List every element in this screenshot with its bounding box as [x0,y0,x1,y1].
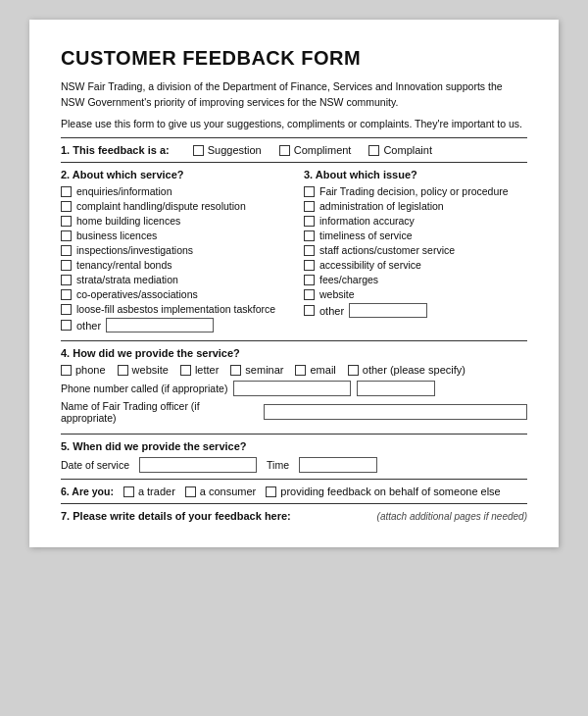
option-suggestion[interactable]: Suggestion [193,144,262,156]
issue-cb-2[interactable] [304,216,315,227]
time-label: Time [267,459,289,471]
section1-label: 1. This feedback is a: [61,144,170,156]
suggestion-label: Suggestion [208,144,262,156]
option-complaint[interactable]: Complaint [368,144,432,156]
phone-number-input2[interactable] [357,381,435,396]
website-cb[interactable] [118,365,128,376]
section4-heading: 4. How did we provide the service? [61,347,527,359]
section6: 6. Are you: a trader a consumer providin… [61,480,527,504]
officer-name-row: Name of Fair Trading officer (if appropr… [61,400,527,424]
are-you-consumer[interactable]: a consumer [185,486,256,497]
issue-cb-3[interactable] [304,230,315,241]
issue-cb-5[interactable] [304,260,315,271]
date-label: Date of service [61,459,129,471]
time-input[interactable] [299,457,377,473]
compliment-checkbox[interactable] [279,145,290,156]
service-item-8[interactable]: loose-fill asbestos implementation taskf… [61,303,284,315]
section4: 4. How did we provide the service? phone… [61,341,527,435]
service-item-3[interactable]: business licences [61,230,284,241]
are-you-behalf[interactable]: providing feedback on behalf of someone … [266,486,500,497]
form-title: CUSTOMER FEEDBACK FORM [61,47,527,70]
date-input[interactable] [139,457,257,473]
service-cb-5[interactable] [61,260,72,271]
attach-note: (attach additional pages if needed) [377,511,527,522]
service-phone[interactable]: phone [61,364,106,376]
issue-item-7[interactable]: website [304,288,527,300]
issue-item-0[interactable]: Fair Trading decision, policy or procedu… [304,185,527,197]
email-cb[interactable] [295,365,306,376]
other-specify-cb[interactable] [348,365,359,376]
service-email[interactable]: email [295,364,335,376]
issue-cb-0[interactable] [304,186,315,197]
section2-heading: 2. About which service? [61,169,284,180]
issue-item-5[interactable]: accessibility of service [304,259,527,271]
service-other-input[interactable] [106,318,214,332]
service-letter[interactable]: letter [180,364,219,376]
consumer-cb[interactable] [185,486,196,497]
issue-cb-1[interactable] [304,201,315,212]
suggestion-checkbox[interactable] [193,145,204,156]
service-cb-4[interactable] [61,245,72,256]
issue-cb-6[interactable] [304,275,315,285]
phone-number-input[interactable] [233,381,351,396]
issue-item-1[interactable]: administration of legislation [304,200,527,212]
service-item-4[interactable]: inspections/investigations [61,244,284,256]
section7: 7. Please write details of your feedback… [61,504,527,528]
officer-name-label: Name of Fair Trading officer (if appropr… [61,400,258,424]
compliment-label: Compliment [294,144,352,156]
service-item-7[interactable]: co-operatives/associations [61,288,284,300]
issue-cb-4[interactable] [304,245,315,256]
section3: 3. About which issue? Fair Trading decis… [296,169,527,332]
service-item-2[interactable]: home building licences [61,215,284,227]
behalf-cb[interactable] [266,486,276,497]
complaint-label: Complaint [383,144,432,156]
option-compliment[interactable]: Compliment [279,144,352,156]
section2: 2. About which service? enquiries/inform… [61,169,296,332]
service-cb-8[interactable] [61,304,72,315]
service-other-row: other [61,318,284,332]
service-cb-0[interactable] [61,186,72,197]
officer-name-input[interactable] [264,404,527,420]
section3-heading: 3. About which issue? [304,169,527,180]
phone-number-row: Phone number called (if appropriate) [61,381,527,396]
section7-heading: 7. Please write details of your feedback… [61,510,291,522]
issue-item-3[interactable]: timeliness of service [304,230,527,241]
service-item-6[interactable]: strata/strata mediation [61,274,284,285]
service-cb-2[interactable] [61,216,72,227]
service-cb-3[interactable] [61,230,72,241]
service-cb-1[interactable] [61,201,72,212]
service-item-1[interactable]: complaint handling/dispute resolution [61,200,284,212]
seminar-cb[interactable] [230,365,241,376]
section1: 1. This feedback is a: Suggestion Compli… [61,137,527,163]
issue-cb-other[interactable] [304,305,315,316]
service-cb-other[interactable] [61,320,72,331]
service-item-0[interactable]: enquiries/information [61,185,284,197]
service-cb-6[interactable] [61,275,72,285]
issue-item-6[interactable]: fees/charges [304,274,527,285]
service-other[interactable]: other (please specify) [348,364,466,376]
intro-text-2: Please use this form to give us your sug… [61,117,527,132]
complaint-checkbox[interactable] [368,145,379,156]
issue-cb-7[interactable] [304,289,315,300]
issue-item-2[interactable]: information accuracy [304,215,527,227]
service-website[interactable]: website [118,364,169,376]
section5-heading: 5. When did we provide the service? [61,440,527,452]
intro-text-1: NSW Fair Trading, a division of the Depa… [61,79,527,111]
phone-cb[interactable] [61,365,72,376]
form-page: CUSTOMER FEEDBACK FORM NSW Fair Trading,… [29,20,559,547]
service-cb-7[interactable] [61,289,72,300]
section5: 5. When did we provide the service? Date… [61,435,527,480]
are-you-trader[interactable]: a trader [123,486,175,497]
service-seminar[interactable]: seminar [230,364,283,376]
letter-cb[interactable] [180,365,191,376]
issue-item-4[interactable]: staff actions/customer service [304,244,527,256]
phone-number-label: Phone number called (if appropriate) [61,383,227,394]
issue-other-input[interactable] [349,303,427,318]
section6-label: 6. Are you: [61,486,114,497]
section7-header: 7. Please write details of your feedback… [61,510,527,522]
service-item-5[interactable]: tenancy/rental bonds [61,259,284,271]
service-options-row: phone website letter seminar email other… [61,364,527,376]
trader-cb[interactable] [123,486,134,497]
issue-other-row: other [304,303,527,318]
date-time-row: Date of service Time [61,457,527,473]
